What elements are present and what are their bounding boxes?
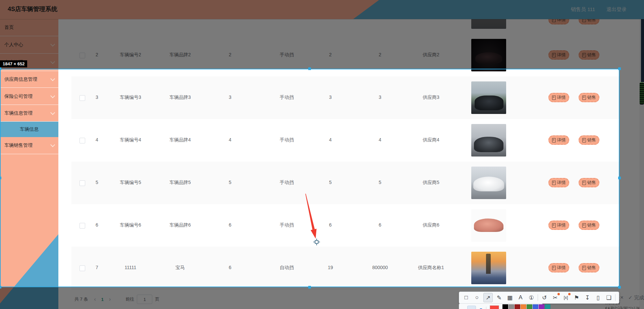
device-tool-icon[interactable]: ▯ <box>594 293 602 302</box>
check-icon: ✓ <box>628 295 633 301</box>
bookmark-tool-icon[interactable]: ❏ <box>604 293 613 302</box>
undo-tool-icon[interactable]: ↺ <box>540 293 549 302</box>
cancel-tool-icon[interactable]: × <box>618 293 626 302</box>
current-color-swatch[interactable] <box>490 305 499 309</box>
selection-handle-bottom-right[interactable] <box>618 286 621 289</box>
done-label: 完成 <box>634 295 644 301</box>
toolbar-separator <box>538 294 538 301</box>
screen: 详情销售2车辆编号2车辆品牌22手动挡22供应商2详情销售3车辆编号3车辆品牌3… <box>0 0 644 309</box>
toolbar-options <box>459 303 543 309</box>
palette-color-7[interactable] <box>545 304 550 309</box>
dim-overlay-right <box>620 69 644 287</box>
palette-color-0[interactable] <box>502 304 508 309</box>
palette-color-4[interactable] <box>527 304 532 309</box>
cut-tool-icon[interactable]: ✂ <box>551 293 559 302</box>
selection-handle-left-mid[interactable] <box>0 177 1 179</box>
stroke-size-medium-selected[interactable] <box>467 306 476 309</box>
dim-overlay-top <box>0 0 644 69</box>
toolbar-main: □○↗✎▦A①↺✂[x]⚑↧▯❏×✓完成 <box>459 292 619 304</box>
selection-handle-bottom-mid[interactable] <box>308 286 311 289</box>
arrow-tool-icon[interactable]: ↗ <box>483 293 493 302</box>
ellipse-tool-icon[interactable]: ○ <box>473 293 481 302</box>
selection-handle-bottom-left[interactable] <box>0 286 1 289</box>
ocr-tool-icon[interactable]: [x] <box>561 293 570 302</box>
palette-color-5[interactable] <box>533 304 538 309</box>
pin-tool-icon[interactable]: ⚑ <box>572 293 581 302</box>
palette-color-1[interactable] <box>508 304 514 309</box>
done-button[interactable]: ✓完成 <box>628 295 644 301</box>
selection-rectangle[interactable] <box>0 69 620 287</box>
save-tool-icon[interactable]: ↧ <box>583 293 592 302</box>
selection-handle-right-mid[interactable] <box>618 177 621 179</box>
selection-handle-top-mid[interactable] <box>308 67 311 70</box>
palette-color-3[interactable] <box>521 304 526 309</box>
text-tool-icon[interactable]: A <box>516 293 525 302</box>
notification-dot <box>568 293 571 295</box>
mosaic-tool-icon[interactable]: ▦ <box>505 293 514 302</box>
selection-handle-top-left[interactable] <box>0 67 1 70</box>
selection-handle-top-right[interactable] <box>618 67 621 70</box>
notification-dot <box>557 293 560 295</box>
color-palette <box>502 304 550 309</box>
pencil-tool-icon[interactable]: ✎ <box>495 293 503 302</box>
toolbar-separator <box>486 307 486 309</box>
palette-color-2[interactable] <box>515 304 520 309</box>
toolbar-separator <box>615 294 615 301</box>
palette-color-6[interactable] <box>539 304 544 309</box>
rectangle-tool-icon[interactable]: □ <box>462 293 471 302</box>
selection-size-badge: 1847 × 652 <box>0 60 27 67</box>
step-number-tool-icon[interactable]: ① <box>527 293 536 302</box>
